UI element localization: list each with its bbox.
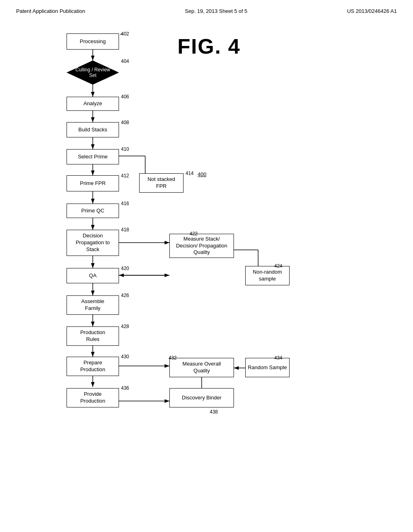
box-prepare-production-label: PrepareProduction	[80, 360, 105, 373]
box-decision-prop: DecisionPropagation toStack	[67, 230, 119, 256]
box-analyze-label: Analyze	[83, 100, 102, 107]
ref-430: 430	[121, 354, 129, 360]
ref-428: 428	[121, 324, 129, 329]
box-assemble-family-label: AssembleFamily	[81, 298, 104, 312]
box-prime-fpr: Prime FPR	[67, 175, 119, 191]
box-non-random-label: Non-randomsample	[253, 269, 282, 283]
box-qa-label: QA	[89, 272, 97, 279]
box-build-stacks: Build Stacks	[67, 122, 119, 137]
box-qa: QA	[67, 268, 119, 283]
box-assemble-family: AssembleFamily	[67, 295, 119, 315]
box-select-prime: Select Prime	[67, 149, 119, 164]
ref-414: 414	[186, 170, 194, 176]
box-not-stacked-label: Not stackedFPR	[148, 176, 175, 190]
box-processing-label: Processing	[80, 38, 106, 45]
box-production-rules-label: ProductionRules	[80, 329, 105, 343]
box-build-stacks-label: Build Stacks	[78, 127, 107, 133]
box-culling-label: Culling / ReviewSet	[75, 67, 110, 79]
box-provide-production-label: ProvideProduction	[80, 391, 105, 405]
ref-408: 408	[121, 120, 129, 125]
box-analyze: Analyze	[67, 97, 119, 111]
ref-410: 410	[121, 146, 129, 152]
ref-412: 412	[121, 173, 129, 179]
box-prime-fpr-label: Prime FPR	[80, 180, 106, 187]
page: Patent Application Publication Sep. 19, …	[0, 0, 413, 532]
ref-424: 424	[274, 263, 282, 269]
ref-422: 422	[190, 231, 198, 237]
box-prime-qc-label: Prime QC	[81, 208, 104, 214]
ref-438: 438	[210, 409, 218, 415]
box-processing: Processing	[67, 33, 119, 50]
box-decision-prop-label: DecisionPropagation toStack	[76, 233, 110, 253]
ref-426: 426	[121, 293, 129, 298]
header-center: Sep. 19, 2013 Sheet 5 of 5	[185, 8, 248, 14]
box-discovery-binder: Discovery Binder	[169, 388, 234, 407]
box-random-sample-label: Random Sample	[248, 364, 287, 371]
box-production-rules: ProductionRules	[67, 326, 119, 346]
box-prepare-production: PrepareProduction	[67, 357, 119, 376]
ref-434: 434	[274, 355, 282, 361]
ref-416: 416	[121, 201, 129, 206]
ref-404: 404	[121, 58, 129, 64]
header-left: Patent Application Publication	[16, 8, 85, 14]
ref-418: 418	[121, 227, 129, 233]
figure-area: FIG. 4 400	[40, 22, 397, 490]
ref-436: 436	[121, 385, 129, 391]
box-measure-stack: Measure Stack/Decision/ PropagationQuali…	[169, 234, 234, 258]
ref-406: 406	[121, 94, 129, 100]
box-culling: Culling / ReviewSet	[67, 60, 119, 85]
box-select-prime-label: Select Prime	[78, 154, 108, 160]
header-right: US 2013/0246426 A1	[347, 8, 397, 14]
box-non-random: Non-randomsample	[245, 266, 290, 285]
box-measure-overall-label: Measure OverallQuality	[182, 361, 221, 374]
flow-container: Processing 402 ⌐ Culling / ReviewSet 404…	[40, 22, 403, 490]
box-discovery-binder-label: Discovery Binder	[182, 395, 221, 401]
box-not-stacked: Not stackedFPR	[139, 173, 184, 193]
ref-432: 432	[169, 355, 177, 361]
box-random-sample: Random Sample	[245, 358, 290, 377]
box-measure-overall: Measure OverallQuality	[169, 358, 234, 377]
ref-420: 420	[121, 266, 129, 271]
box-measure-stack-label: Measure Stack/Decision/ PropagationQuali…	[176, 236, 227, 256]
header: Patent Application Publication Sep. 19, …	[16, 8, 397, 14]
box-prime-qc: Prime QC	[67, 204, 119, 218]
box-provide-production: ProvideProduction	[67, 388, 119, 407]
